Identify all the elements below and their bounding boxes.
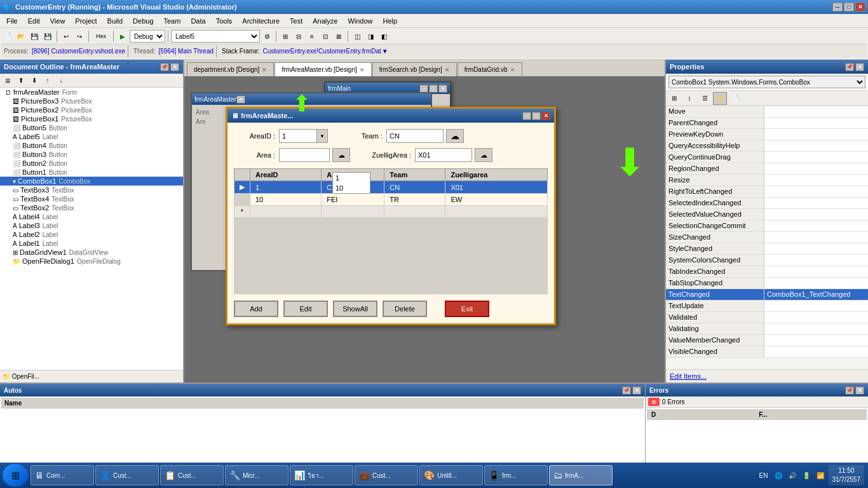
properties-pin[interactable]: 📌 xyxy=(845,63,854,71)
undo-btn[interactable]: ↩ xyxy=(60,30,72,43)
menu-file[interactable]: File xyxy=(1,16,23,26)
layout-btn4[interactable]: ⊡ xyxy=(319,30,332,43)
new-file-btn[interactable]: 📄 xyxy=(1,30,14,43)
tree-item-Label3[interactable]: A Label3 Label xyxy=(0,221,183,230)
tree-item-Label2[interactable]: A Label2 Label xyxy=(0,230,183,239)
tree-item-Label1[interactable]: A Label1 Label xyxy=(0,239,183,248)
stack-more[interactable]: ▼ xyxy=(382,48,388,55)
autos-pin[interactable]: 📌 xyxy=(622,386,631,395)
debug-combo[interactable]: Debug xyxy=(130,30,165,43)
tab-frmareamaster[interactable]: frmAreaMaster.vb [Design] ✕ xyxy=(275,62,371,76)
properties-close[interactable]: ✕ xyxy=(855,63,864,71)
tree-item-ComboBox1[interactable]: ▾ ComboBox1 ComboBox xyxy=(0,177,183,186)
thread-link[interactable]: [5964] Main Thread xyxy=(158,48,214,55)
taskbar-item-4[interactable]: 🔧 Micr... xyxy=(225,465,288,485)
tree-item-Label5[interactable]: A Label5 Label xyxy=(0,132,183,141)
frm-main-close[interactable]: ✕ xyxy=(438,85,447,93)
close-icon[interactable]: ✕ xyxy=(262,67,267,73)
area-input[interactable] xyxy=(279,148,330,162)
tree-item-OpenFileDialog1[interactable]: 📁 OpenFileDialog1 OpenFileDialog xyxy=(0,257,183,266)
edit-button[interactable]: Edit xyxy=(283,301,328,317)
start-button[interactable]: ⊞ xyxy=(3,464,28,487)
errors-close[interactable]: ✕ xyxy=(855,386,864,395)
showall-button[interactable]: ShowAll xyxy=(333,301,377,317)
edit-items-link[interactable]: Edit Items... xyxy=(670,372,707,380)
stack-link[interactable]: CustomerEntry.exe!CustomerEntry.frmDat xyxy=(263,48,381,55)
dropdown-option-1[interactable]: 1 xyxy=(333,173,370,183)
frm-main-minimize[interactable]: ─ xyxy=(419,85,428,93)
add-button[interactable]: Add xyxy=(234,301,278,317)
properties-object-combo[interactable]: ComboBox1 System.Windows.Forms.ComboBox xyxy=(668,76,865,88)
open-btn[interactable]: 📂 xyxy=(15,30,27,43)
prop-propertypages-btn[interactable]: 📄 xyxy=(728,92,742,105)
menu-tools[interactable]: Tools xyxy=(211,16,238,26)
menu-analyze[interactable]: Analyze xyxy=(308,16,342,26)
tab-frmsearch[interactable]: frmSearch.vb [Design] ✕ xyxy=(372,62,457,76)
autos-close[interactable]: ✕ xyxy=(632,386,641,395)
hex-toggle[interactable]: Hex xyxy=(92,30,111,43)
frm-main-maximize[interactable]: □ xyxy=(429,85,438,93)
navigate-back-btn[interactable]: ⚙ xyxy=(261,30,273,43)
taskbar-item-1[interactable]: 🖥 Com... xyxy=(31,465,94,485)
taskbar-item-8[interactable]: 📱 frm... xyxy=(484,465,548,485)
menu-debug[interactable]: Debug xyxy=(128,16,158,26)
zuellig-cloud-btn[interactable]: ☁ xyxy=(475,148,492,162)
grid-row-1[interactable]: ▶ 1 CTBV CN X01 xyxy=(234,181,548,194)
restore-button[interactable]: □ xyxy=(844,3,854,11)
tree-item-TextBox2[interactable]: ▭ TextBox2 TextBox xyxy=(0,203,183,212)
close-icon[interactable]: ✕ xyxy=(510,67,515,73)
tree-item-Button3[interactable]: ⬜ Button3 Button xyxy=(0,150,183,159)
tree-item-Button4[interactable]: ⬜ Button4 Button xyxy=(0,141,183,150)
layout-btn5[interactable]: ⊠ xyxy=(332,30,345,43)
prop-alphabetical-btn[interactable]: ↕ xyxy=(682,92,696,105)
dialog-maximize[interactable]: □ xyxy=(532,112,541,120)
menu-team[interactable]: Team xyxy=(159,16,186,26)
tree-item-Label4[interactable]: A Label4 Label xyxy=(0,212,183,221)
errors-pin[interactable]: 📌 xyxy=(845,386,854,395)
close-button[interactable]: ✕ xyxy=(855,3,865,11)
tree-item-frmAreaMaster[interactable]: 🗋 frmAreaMaster Form xyxy=(0,88,183,97)
dialog-close[interactable]: ✕ xyxy=(541,112,550,120)
outline-tb-btn3[interactable]: ⬇ xyxy=(28,74,41,87)
tree-item-PictureBox1[interactable]: 🖼 PictureBox1 PictureBox xyxy=(0,114,183,123)
zuellig-input[interactable] xyxy=(415,148,472,162)
close-icon[interactable]: ✕ xyxy=(360,67,365,73)
tree-item-Button2[interactable]: ⬜ Button2 Button xyxy=(0,159,183,168)
menu-build[interactable]: Build xyxy=(102,16,128,26)
align-btn2[interactable]: ◨ xyxy=(364,30,377,43)
dropdown-option-10[interactable]: 10 xyxy=(333,183,370,193)
tree-item-TextBox4[interactable]: ▭ TextBox4 TextBox xyxy=(0,194,183,203)
save-btn[interactable]: 💾 xyxy=(28,30,41,43)
tree-item-DataGridView1[interactable]: ⊞ DataGridView1 DataGridView xyxy=(0,248,183,257)
tree-item-Button1[interactable]: ⬜ Button1 Button xyxy=(0,168,183,177)
menu-edit[interactable]: Edit xyxy=(23,16,45,26)
menu-help[interactable]: Help xyxy=(378,16,403,26)
area-cloud-btn[interactable]: ☁ xyxy=(332,148,350,162)
outline-tb-btn5[interactable]: ↓ xyxy=(55,74,67,87)
menu-architecture[interactable]: Architecture xyxy=(237,16,285,26)
outline-tb-btn1[interactable]: ≡ xyxy=(1,74,14,87)
taskbar-item-7[interactable]: 🎨 Untitl... xyxy=(419,465,483,485)
tree-item-PictureBox3[interactable]: 🖼 PictureBox3 PictureBox xyxy=(0,97,183,105)
start-btn[interactable]: ▶ xyxy=(116,30,129,43)
menu-window[interactable]: Window xyxy=(342,16,377,26)
layout-btn3[interactable]: ≡ xyxy=(306,30,318,43)
prop-categorized-btn[interactable]: ⊞ xyxy=(667,92,681,105)
doc-outline-pin[interactable]: 📌 xyxy=(160,63,169,71)
doc-outline-close[interactable]: ✕ xyxy=(170,63,179,71)
grid-row-new[interactable]: * xyxy=(234,206,548,218)
dialog-minimize[interactable]: ─ xyxy=(522,112,531,120)
taskbar-item-3[interactable]: 📋 Cust... xyxy=(160,465,224,485)
redo-btn[interactable]: ↪ xyxy=(73,30,86,43)
minimize-button[interactable]: ─ xyxy=(832,3,843,11)
grid-row-2[interactable]: 10 FEI TR EW xyxy=(234,194,548,206)
tree-item-Button5[interactable]: ⬜ Button5 Button xyxy=(0,123,183,132)
outline-tb-btn4[interactable]: ↑ xyxy=(41,74,54,87)
menu-data[interactable]: Data xyxy=(186,16,210,26)
tree-item-TextBox3[interactable]: ▭ TextBox3 TextBox xyxy=(0,186,183,194)
tree-item-PictureBox2[interactable]: 🖼 PictureBox2 PictureBox xyxy=(0,105,183,114)
prop-events-btn[interactable]: ⚡ xyxy=(713,92,727,105)
delete-button[interactable]: Delete xyxy=(383,301,427,317)
tab-frmdatagrid[interactable]: frmDataGrid.vb ✕ xyxy=(458,62,522,76)
menu-test[interactable]: Test xyxy=(285,16,308,26)
